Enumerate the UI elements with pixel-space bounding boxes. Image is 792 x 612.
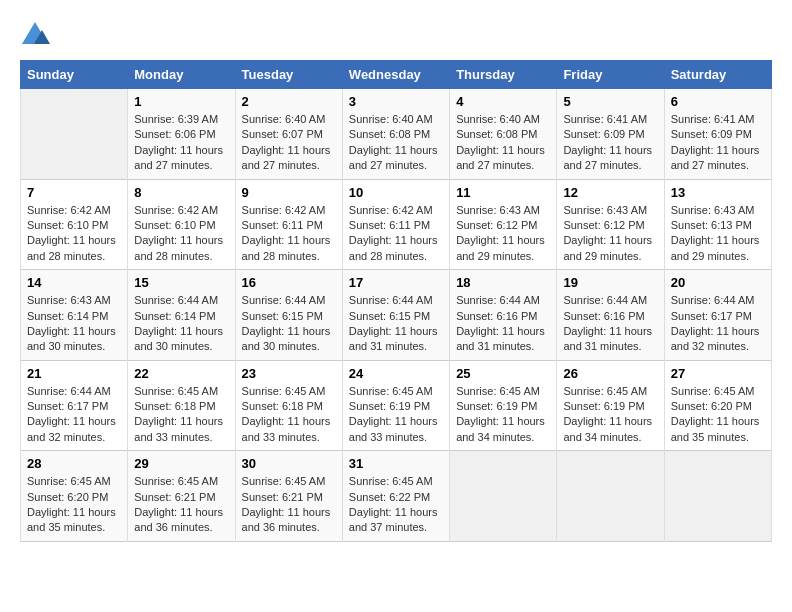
day-number: 6 [671,94,765,109]
week-row-2: 7Sunrise: 6:42 AMSunset: 6:10 PMDaylight… [21,179,772,270]
calendar-cell: 9Sunrise: 6:42 AMSunset: 6:11 PMDaylight… [235,179,342,270]
calendar-cell [557,451,664,542]
day-info: Sunrise: 6:45 AMSunset: 6:20 PMDaylight:… [27,474,121,536]
day-number: 31 [349,456,443,471]
day-number: 24 [349,366,443,381]
calendar-cell: 16Sunrise: 6:44 AMSunset: 6:15 PMDayligh… [235,270,342,361]
day-info: Sunrise: 6:44 AMSunset: 6:17 PMDaylight:… [671,293,765,355]
day-number: 25 [456,366,550,381]
calendar-cell: 12Sunrise: 6:43 AMSunset: 6:12 PMDayligh… [557,179,664,270]
calendar-cell: 10Sunrise: 6:42 AMSunset: 6:11 PMDayligh… [342,179,449,270]
day-info: Sunrise: 6:40 AMSunset: 6:08 PMDaylight:… [456,112,550,174]
calendar-cell: 27Sunrise: 6:45 AMSunset: 6:20 PMDayligh… [664,360,771,451]
calendar-cell: 6Sunrise: 6:41 AMSunset: 6:09 PMDaylight… [664,89,771,180]
calendar-cell: 11Sunrise: 6:43 AMSunset: 6:12 PMDayligh… [450,179,557,270]
day-info: Sunrise: 6:45 AMSunset: 6:22 PMDaylight:… [349,474,443,536]
day-header-friday: Friday [557,61,664,89]
day-header-wednesday: Wednesday [342,61,449,89]
day-number: 23 [242,366,336,381]
calendar-cell: 21Sunrise: 6:44 AMSunset: 6:17 PMDayligh… [21,360,128,451]
day-number: 22 [134,366,228,381]
day-number: 28 [27,456,121,471]
day-info: Sunrise: 6:42 AMSunset: 6:10 PMDaylight:… [134,203,228,265]
day-info: Sunrise: 6:40 AMSunset: 6:08 PMDaylight:… [349,112,443,174]
day-info: Sunrise: 6:39 AMSunset: 6:06 PMDaylight:… [134,112,228,174]
calendar-cell: 28Sunrise: 6:45 AMSunset: 6:20 PMDayligh… [21,451,128,542]
calendar-cell: 22Sunrise: 6:45 AMSunset: 6:18 PMDayligh… [128,360,235,451]
day-number: 30 [242,456,336,471]
day-info: Sunrise: 6:44 AMSunset: 6:16 PMDaylight:… [456,293,550,355]
day-number: 26 [563,366,657,381]
day-info: Sunrise: 6:42 AMSunset: 6:11 PMDaylight:… [349,203,443,265]
calendar-cell [450,451,557,542]
calendar-cell: 20Sunrise: 6:44 AMSunset: 6:17 PMDayligh… [664,270,771,361]
day-number: 9 [242,185,336,200]
day-info: Sunrise: 6:44 AMSunset: 6:15 PMDaylight:… [349,293,443,355]
calendar-cell: 24Sunrise: 6:45 AMSunset: 6:19 PMDayligh… [342,360,449,451]
calendar-cell: 29Sunrise: 6:45 AMSunset: 6:21 PMDayligh… [128,451,235,542]
day-number: 3 [349,94,443,109]
day-number: 2 [242,94,336,109]
day-number: 14 [27,275,121,290]
calendar-cell: 13Sunrise: 6:43 AMSunset: 6:13 PMDayligh… [664,179,771,270]
day-number: 12 [563,185,657,200]
day-number: 21 [27,366,121,381]
day-number: 5 [563,94,657,109]
day-number: 18 [456,275,550,290]
day-header-thursday: Thursday [450,61,557,89]
calendar-cell [664,451,771,542]
day-number: 1 [134,94,228,109]
day-number: 4 [456,94,550,109]
day-number: 13 [671,185,765,200]
calendar-cell: 31Sunrise: 6:45 AMSunset: 6:22 PMDayligh… [342,451,449,542]
day-info: Sunrise: 6:45 AMSunset: 6:19 PMDaylight:… [563,384,657,446]
day-info: Sunrise: 6:43 AMSunset: 6:13 PMDaylight:… [671,203,765,265]
day-number: 15 [134,275,228,290]
calendar-cell: 23Sunrise: 6:45 AMSunset: 6:18 PMDayligh… [235,360,342,451]
day-header-sunday: Sunday [21,61,128,89]
calendar-cell: 4Sunrise: 6:40 AMSunset: 6:08 PMDaylight… [450,89,557,180]
day-info: Sunrise: 6:42 AMSunset: 6:10 PMDaylight:… [27,203,121,265]
calendar-cell: 25Sunrise: 6:45 AMSunset: 6:19 PMDayligh… [450,360,557,451]
day-number: 11 [456,185,550,200]
day-info: Sunrise: 6:40 AMSunset: 6:07 PMDaylight:… [242,112,336,174]
day-header-tuesday: Tuesday [235,61,342,89]
day-number: 7 [27,185,121,200]
day-number: 17 [349,275,443,290]
calendar-cell: 1Sunrise: 6:39 AMSunset: 6:06 PMDaylight… [128,89,235,180]
day-number: 19 [563,275,657,290]
day-info: Sunrise: 6:45 AMSunset: 6:18 PMDaylight:… [134,384,228,446]
calendar-cell: 19Sunrise: 6:44 AMSunset: 6:16 PMDayligh… [557,270,664,361]
days-header-row: SundayMondayTuesdayWednesdayThursdayFrid… [21,61,772,89]
day-info: Sunrise: 6:43 AMSunset: 6:12 PMDaylight:… [456,203,550,265]
day-info: Sunrise: 6:43 AMSunset: 6:14 PMDaylight:… [27,293,121,355]
calendar-cell [21,89,128,180]
day-number: 8 [134,185,228,200]
day-number: 20 [671,275,765,290]
day-number: 29 [134,456,228,471]
day-info: Sunrise: 6:41 AMSunset: 6:09 PMDaylight:… [671,112,765,174]
day-info: Sunrise: 6:44 AMSunset: 6:14 PMDaylight:… [134,293,228,355]
day-info: Sunrise: 6:45 AMSunset: 6:18 PMDaylight:… [242,384,336,446]
day-info: Sunrise: 6:41 AMSunset: 6:09 PMDaylight:… [563,112,657,174]
day-info: Sunrise: 6:44 AMSunset: 6:15 PMDaylight:… [242,293,336,355]
day-number: 16 [242,275,336,290]
calendar-table: SundayMondayTuesdayWednesdayThursdayFrid… [20,60,772,542]
day-header-monday: Monday [128,61,235,89]
day-number: 27 [671,366,765,381]
calendar-cell: 8Sunrise: 6:42 AMSunset: 6:10 PMDaylight… [128,179,235,270]
calendar-cell: 15Sunrise: 6:44 AMSunset: 6:14 PMDayligh… [128,270,235,361]
page-header [20,20,772,50]
day-info: Sunrise: 6:45 AMSunset: 6:19 PMDaylight:… [349,384,443,446]
calendar-cell: 17Sunrise: 6:44 AMSunset: 6:15 PMDayligh… [342,270,449,361]
day-info: Sunrise: 6:45 AMSunset: 6:19 PMDaylight:… [456,384,550,446]
calendar-cell: 5Sunrise: 6:41 AMSunset: 6:09 PMDaylight… [557,89,664,180]
calendar-cell: 2Sunrise: 6:40 AMSunset: 6:07 PMDaylight… [235,89,342,180]
day-info: Sunrise: 6:45 AMSunset: 6:20 PMDaylight:… [671,384,765,446]
logo-icon [20,20,50,50]
calendar-cell: 3Sunrise: 6:40 AMSunset: 6:08 PMDaylight… [342,89,449,180]
calendar-cell: 18Sunrise: 6:44 AMSunset: 6:16 PMDayligh… [450,270,557,361]
day-number: 10 [349,185,443,200]
day-info: Sunrise: 6:45 AMSunset: 6:21 PMDaylight:… [242,474,336,536]
day-info: Sunrise: 6:44 AMSunset: 6:16 PMDaylight:… [563,293,657,355]
